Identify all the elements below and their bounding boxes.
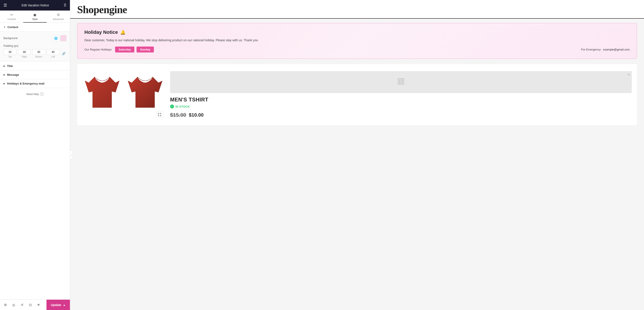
padding-label: Padding (px) [4,44,66,47]
padding-bottom-wrap: Bottom [32,49,45,58]
section-holidays-label: Holidays & Emergency mail [7,82,44,85]
help-circle-icon[interactable]: ? [40,92,44,96]
tab-style-label: Style [32,18,38,21]
background-label: Background [4,37,18,40]
tab-content[interactable]: ✏ Content [0,11,23,23]
notice-title: Holiday Notice 🔔 [84,29,630,35]
tab-advanced[interactable]: ⚙ Advanced [47,11,70,23]
regular-holidays-label: Our Regular Holidays [84,48,112,51]
update-button[interactable]: Update ▲ [46,300,70,310]
notice-message: Dear customer, Today is our national hol… [84,38,630,43]
background-color-swatch[interactable] [60,35,66,41]
saturday-badge: Saturday [115,47,134,53]
gear-icon: ⚙ [57,13,60,17]
placeholder-corner-icon[interactable]: ✕ [627,73,630,76]
need-help-label[interactable]: Need Help [26,93,39,96]
section-message-label: Message [7,73,19,76]
bell-icon: 🔔 [120,30,126,35]
padding-left-wrap: Left [47,49,60,58]
old-price: $15.00 [170,112,186,118]
arrow-down-icon: ▼ [4,26,6,28]
emergency-label: For Emergency: [581,48,601,51]
product-section: ✕ MEN'S TSHIRT ✓ IN STOCK $15.00 $10.00 [77,64,637,125]
tab-advanced-label: Advanced [53,18,64,21]
padding-inputs: Top Right Bottom Left [4,49,66,58]
arrow-right-icon-title: ▶ [4,65,5,67]
main-content: Shopengine Holiday Notice 🔔 Dear custome… [70,0,644,310]
section-content-label: Content [8,26,18,29]
in-stock-section: ✓ IN STOCK [170,104,632,108]
tab-style[interactable]: ◉ Style [23,11,46,23]
background-field-row: Background 🌐 [4,35,66,41]
preview-icon-btn[interactable]: 👁 [35,301,42,308]
tab-content-label: Content [8,18,16,21]
product-image-back [126,69,165,120]
in-stock-label: IN STOCK [175,105,190,108]
arrow-right-icon-message: ▶ [4,74,5,76]
expand-image-button[interactable] [156,111,163,118]
padding-right-input[interactable] [18,49,31,55]
product-name: MEN'S TSHIRT [170,97,632,103]
image-placeholder-icon [398,78,404,86]
bottom-icons: ⚙ ◎ ↺ ⊡ 👁 [0,301,46,308]
holiday-notice-card: Holiday Notice 🔔 Dear customer, Today is… [77,23,637,59]
content-area: Holiday Notice 🔔 Dear customer, Today is… [70,19,644,129]
sunday-badge: Sunday [136,47,154,53]
emergency-email: example@gmail.com [603,48,630,51]
layers-icon-btn[interactable]: ◎ [10,301,17,308]
product-images [82,69,165,120]
product-image-front [82,69,122,120]
link-icon[interactable]: 🔗 [61,52,66,55]
bottom-toolbar: ⚙ ◎ ↺ ⊡ 👁 Update ▲ [0,299,70,310]
settings-icon-btn[interactable]: ⚙ [2,301,9,308]
padding-section: Padding (px) Top Right Bottom [4,44,66,58]
section-content-body: Background 🌐 Padding (px) Top [0,32,70,62]
notice-footer: Our Regular Holidays Saturday Sunday For… [84,47,630,53]
padding-top-input[interactable] [4,49,17,55]
notice-title-text: Holiday Notice [84,29,118,35]
price-section: $15.00 $10.00 [170,112,632,118]
left-panel: ☰ Edit Vacation Notice ⠿ ✏ Content ◉ Sty… [0,0,70,310]
padding-left-input[interactable] [47,49,60,55]
update-label: Update [51,303,61,307]
padding-left-label: Left [51,56,55,58]
style-icon: ◉ [33,13,36,17]
emergency-info: For Emergency: example@gmail.com [581,48,630,51]
padding-right-label: Right [22,56,27,58]
panel-body: ▼ Content Background 🌐 Padding (px) [0,23,70,299]
pencil-icon: ✏ [10,13,13,17]
top-bar: ☰ Edit Vacation Notice ⠿ [0,0,70,11]
site-header: Shopengine [70,0,644,19]
new-price: $10.00 [189,112,204,118]
grid-icon[interactable]: ⠿ [64,3,66,8]
product-info: ✕ MEN'S TSHIRT ✓ IN STOCK $15.00 $10.00 [170,69,632,120]
section-message-header[interactable]: ▶ Message [0,70,70,79]
need-help-section: Need Help ? [0,88,70,100]
section-holidays-header[interactable]: ▶ Holidays & Emergency mail [0,79,70,88]
tshirt-back-svg [126,69,165,113]
holiday-badges: Our Regular Holidays Saturday Sunday [84,47,154,53]
section-title-header[interactable]: ▶ Title [0,62,70,70]
tshirt-front-svg [82,69,122,113]
background-controls: 🌐 [53,35,66,41]
chevron-up-icon: ▲ [63,303,66,306]
arrow-right-icon-holidays: ▶ [4,82,5,85]
product-placeholder-image: ✕ [170,71,632,93]
history-icon-btn[interactable]: ↺ [18,301,26,308]
padding-bottom-label: Bottom [35,56,42,58]
padding-top-label: Top [8,56,12,58]
section-title-label: Title [7,64,13,68]
hamburger-icon[interactable]: ☰ [4,3,7,8]
expand-icon [158,113,161,116]
padding-right-wrap: Right [18,49,31,58]
tab-nav: ✏ Content ◉ Style ⚙ Advanced [0,11,70,23]
padding-top-wrap: Top [4,49,17,58]
responsive-icon-btn[interactable]: ⊡ [27,301,34,308]
padding-bottom-input[interactable] [32,49,45,55]
collapse-panel-handle[interactable]: ‹ [70,150,73,160]
globe-icon-btn[interactable]: 🌐 [53,35,59,41]
panel-title: Edit Vacation Notice [22,4,49,7]
site-title: Shopengine [77,4,637,16]
in-stock-icon: ✓ [170,104,174,108]
section-content-header[interactable]: ▼ Content [0,23,70,32]
